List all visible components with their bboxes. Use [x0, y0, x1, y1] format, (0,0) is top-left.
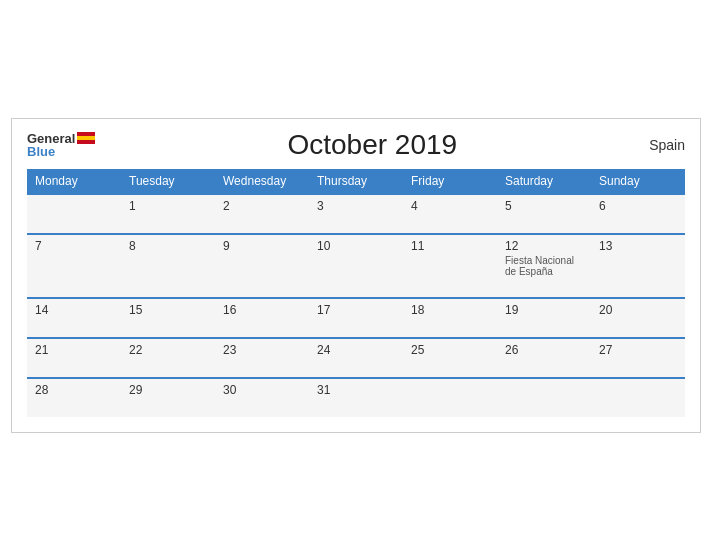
day-number: 6: [599, 199, 677, 213]
calendar-cell: 20: [591, 298, 685, 338]
calendar-header: General Blue October 2019 Spain: [27, 129, 685, 161]
day-number: 24: [317, 343, 395, 357]
weekday-header-row: MondayTuesdayWednesdayThursdayFridaySatu…: [27, 169, 685, 194]
day-number: 4: [411, 199, 489, 213]
day-number: 26: [505, 343, 583, 357]
calendar-cell: 25: [403, 338, 497, 378]
calendar-title: October 2019: [287, 129, 457, 161]
country-label: Spain: [649, 137, 685, 153]
day-number: 18: [411, 303, 489, 317]
calendar-cell: 24: [309, 338, 403, 378]
weekday-header-friday: Friday: [403, 169, 497, 194]
day-number: 7: [35, 239, 113, 253]
calendar-cell: 1: [121, 194, 215, 234]
calendar-cell: 30: [215, 378, 309, 417]
svg-rect-1: [77, 136, 95, 140]
day-number: 31: [317, 383, 395, 397]
day-number: 5: [505, 199, 583, 213]
calendar-cell: [403, 378, 497, 417]
weekday-header-sunday: Sunday: [591, 169, 685, 194]
day-number: 25: [411, 343, 489, 357]
calendar-cell: 21: [27, 338, 121, 378]
day-number: 3: [317, 199, 395, 213]
calendar-cell: 6: [591, 194, 685, 234]
day-number: 22: [129, 343, 207, 357]
calendar-cell: 23: [215, 338, 309, 378]
week-row-1: 123456: [27, 194, 685, 234]
calendar-cell: 26: [497, 338, 591, 378]
weekday-header-wednesday: Wednesday: [215, 169, 309, 194]
logo: General Blue: [27, 132, 95, 158]
week-row-3: 14151617181920: [27, 298, 685, 338]
week-row-2: 789101112Fiesta Nacional de España13: [27, 234, 685, 298]
week-row-4: 21222324252627: [27, 338, 685, 378]
weekday-header-saturday: Saturday: [497, 169, 591, 194]
day-number: 21: [35, 343, 113, 357]
day-number: 13: [599, 239, 677, 253]
calendar-cell: 22: [121, 338, 215, 378]
week-row-5: 28293031: [27, 378, 685, 417]
logo-flag-icon: [77, 132, 95, 144]
calendar-cell: 27: [591, 338, 685, 378]
day-number: 2: [223, 199, 301, 213]
calendar-cell: 18: [403, 298, 497, 338]
calendar-cell: 11: [403, 234, 497, 298]
day-number: 11: [411, 239, 489, 253]
calendar-cell: 14: [27, 298, 121, 338]
day-number: 28: [35, 383, 113, 397]
day-number: 9: [223, 239, 301, 253]
weekday-header-thursday: Thursday: [309, 169, 403, 194]
day-number: 10: [317, 239, 395, 253]
calendar-cell: 5: [497, 194, 591, 234]
calendar-cell: 2: [215, 194, 309, 234]
calendar-cell: 17: [309, 298, 403, 338]
svg-rect-0: [77, 132, 95, 136]
calendar-cell: 12Fiesta Nacional de España: [497, 234, 591, 298]
day-number: 12: [505, 239, 583, 253]
calendar-grid: MondayTuesdayWednesdayThursdayFridaySatu…: [27, 169, 685, 417]
day-number: 23: [223, 343, 301, 357]
day-number: 8: [129, 239, 207, 253]
calendar-cell: 9: [215, 234, 309, 298]
day-number: 16: [223, 303, 301, 317]
day-number: 1: [129, 199, 207, 213]
calendar-cell: 7: [27, 234, 121, 298]
day-number: 27: [599, 343, 677, 357]
calendar-cell: 28: [27, 378, 121, 417]
svg-rect-2: [77, 140, 95, 144]
calendar-cell: 8: [121, 234, 215, 298]
weekday-header-monday: Monday: [27, 169, 121, 194]
day-number: 19: [505, 303, 583, 317]
calendar-cell: 3: [309, 194, 403, 234]
day-number: 14: [35, 303, 113, 317]
calendar-cell: 13: [591, 234, 685, 298]
day-number: 29: [129, 383, 207, 397]
calendar-cell: 16: [215, 298, 309, 338]
calendar-cell: [27, 194, 121, 234]
calendar-cell: [497, 378, 591, 417]
day-number: 20: [599, 303, 677, 317]
day-number: 30: [223, 383, 301, 397]
weekday-header-tuesday: Tuesday: [121, 169, 215, 194]
calendar-cell: 31: [309, 378, 403, 417]
day-number: 17: [317, 303, 395, 317]
calendar-container: General Blue October 2019 Spain MondayTu…: [11, 118, 701, 433]
calendar-cell: 29: [121, 378, 215, 417]
calendar-cell: 15: [121, 298, 215, 338]
logo-blue-text: Blue: [27, 145, 95, 158]
calendar-cell: 10: [309, 234, 403, 298]
calendar-cell: [591, 378, 685, 417]
calendar-cell: 19: [497, 298, 591, 338]
day-number: 15: [129, 303, 207, 317]
holiday-name: Fiesta Nacional de España: [505, 255, 583, 277]
logo-general-text: General: [27, 132, 75, 145]
calendar-cell: 4: [403, 194, 497, 234]
